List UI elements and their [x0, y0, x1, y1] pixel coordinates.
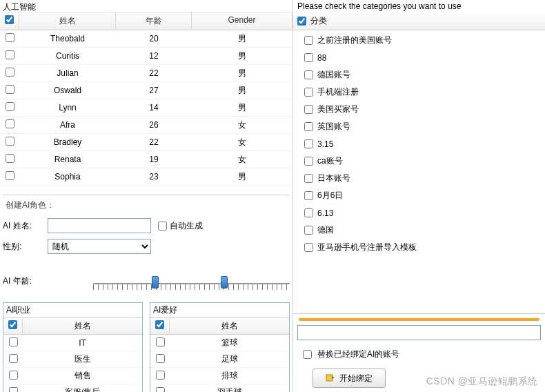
cell-name: Renata — [19, 155, 116, 164]
ai-age-slider[interactable] — [93, 272, 290, 293]
category-checkbox[interactable] — [304, 53, 313, 62]
job-select-all[interactable] — [8, 320, 17, 329]
cell-gender: 女 — [192, 137, 293, 148]
row-checkbox[interactable] — [6, 68, 14, 77]
category-checkbox[interactable] — [304, 88, 313, 97]
category-item[interactable]: 手机端注册 — [293, 84, 545, 101]
category-checkbox[interactable] — [304, 208, 313, 217]
bind-icon — [326, 373, 335, 384]
cell-gender: 男 — [192, 68, 293, 79]
auto-generate-checkbox[interactable] — [158, 222, 167, 231]
category-checkbox[interactable] — [304, 243, 313, 252]
table-row[interactable]: Julian22男 — [0, 65, 293, 82]
cell-gender: 男 — [192, 33, 293, 45]
category-item[interactable]: 之前注册的美国账号 — [293, 32, 545, 49]
category-checkbox[interactable] — [304, 122, 313, 131]
main-grid: 姓名 年龄 Gender Theobald20男Curitis12男Julian… — [0, 12, 293, 192]
hobby-grid-body[interactable]: 篮球足球排球羽毛球 — [150, 335, 289, 392]
list-item[interactable]: 销售 — [3, 368, 142, 384]
category-checkbox[interactable] — [304, 174, 313, 183]
row-checkbox[interactable] — [6, 119, 14, 128]
row-checkbox[interactable] — [9, 354, 18, 363]
gender-select[interactable]: 随机 — [48, 239, 151, 254]
account-combo[interactable] — [297, 325, 541, 340]
category-item[interactable]: 88 — [293, 49, 545, 66]
col-age[interactable]: 年龄 — [116, 12, 192, 30]
row-checkbox[interactable] — [6, 154, 14, 163]
main-grid-body[interactable]: Theobald20男Curitis12男Julian22男Oswald27男L… — [0, 30, 293, 192]
row-checkbox[interactable] — [9, 387, 18, 393]
cell-name: 篮球 — [170, 337, 289, 349]
list-item[interactable]: 羽毛球 — [150, 384, 289, 392]
category-checkbox[interactable] — [304, 157, 313, 166]
row-checkbox[interactable] — [6, 33, 14, 42]
row-checkbox[interactable] — [6, 85, 14, 94]
hobby-grid-title: AI爱好 — [150, 303, 289, 318]
category-item[interactable]: 亚马逊手机号注册导入模板 — [293, 239, 545, 256]
category-item[interactable]: 日本账号 — [293, 170, 545, 187]
list-item[interactable]: IT — [3, 335, 142, 351]
category-checkbox[interactable] — [304, 70, 313, 79]
ai-name-input[interactable] — [48, 218, 151, 233]
list-item[interactable]: 足球 — [150, 351, 289, 368]
main-grid-select-all[interactable] — [5, 15, 14, 24]
category-item[interactable]: 6.13 — [293, 204, 545, 222]
cell-name: Afra — [19, 120, 116, 130]
row-checkbox[interactable] — [9, 371, 18, 380]
job-col-name[interactable]: 姓名 — [23, 318, 142, 334]
category-checkbox[interactable] — [304, 105, 313, 114]
category-label: 手机端注册 — [317, 86, 359, 98]
row-checkbox[interactable] — [156, 337, 165, 346]
replace-ai-checkbox[interactable] — [303, 350, 312, 359]
table-row[interactable]: Bradley22女 — [0, 134, 293, 151]
job-grid-title: AI职业 — [3, 303, 142, 318]
list-item[interactable]: 排球 — [150, 368, 289, 384]
list-item[interactable]: 篮球 — [150, 335, 289, 351]
hobby-select-all[interactable] — [155, 320, 164, 329]
category-item[interactable]: 德国账号 — [293, 66, 545, 84]
category-select-all[interactable] — [297, 17, 306, 26]
row-checkbox[interactable] — [156, 371, 165, 380]
table-row[interactable]: Lynn14男 — [0, 99, 293, 117]
category-checkbox[interactable] — [304, 36, 313, 45]
category-label: 6.13 — [317, 208, 333, 218]
category-item[interactable]: 3.15 — [293, 135, 545, 153]
category-item[interactable]: ca账号 — [293, 153, 545, 170]
table-row[interactable]: Sophia23男 — [0, 168, 293, 186]
table-row[interactable]: Curitis12男 — [0, 48, 293, 65]
table-row[interactable]: Afra26女 — [0, 117, 293, 134]
start-bind-button[interactable]: 开始绑定 — [313, 369, 386, 388]
category-item[interactable]: 德国 — [293, 222, 545, 239]
row-checkbox[interactable] — [6, 50, 14, 59]
category-body[interactable]: 之前注册的美国账号88德国账号手机端注册美国买家号英国账号3.15ca账号日本账… — [293, 30, 545, 313]
row-checkbox[interactable] — [156, 387, 165, 393]
category-checkbox[interactable] — [304, 191, 313, 200]
cell-gender: 男 — [192, 85, 293, 97]
category-header-label: 分类 — [310, 15, 327, 27]
cell-gender: 男 — [192, 171, 293, 183]
list-item[interactable]: 客服/售后 — [3, 384, 142, 392]
category-item[interactable]: 美国买家号 — [293, 101, 545, 118]
cell-age: 12 — [116, 51, 192, 61]
table-row[interactable]: Theobald20男 — [0, 30, 293, 48]
col-gender[interactable]: Gender — [192, 12, 293, 30]
bind-button-label: 开始绑定 — [339, 373, 373, 384]
table-row[interactable]: Renata19女 — [0, 151, 293, 168]
category-checkbox[interactable] — [304, 226, 313, 235]
category-item[interactable]: 英国账号 — [293, 118, 545, 135]
category-checkbox[interactable] — [304, 139, 313, 148]
row-checkbox[interactable] — [6, 137, 14, 146]
row-checkbox[interactable] — [6, 102, 14, 111]
job-grid-body[interactable]: IT医生销售客服/售后 — [3, 335, 142, 392]
slider-thumb-min[interactable] — [152, 276, 159, 288]
hobby-col-name[interactable]: 姓名 — [170, 318, 289, 334]
row-checkbox[interactable] — [6, 171, 14, 180]
cell-age: 23 — [116, 172, 192, 182]
category-item[interactable]: 6月6日 — [293, 187, 545, 204]
row-checkbox[interactable] — [9, 337, 18, 346]
row-checkbox[interactable] — [156, 354, 165, 363]
col-name[interactable]: 姓名 — [19, 12, 116, 30]
table-row[interactable]: Oswald27男 — [0, 82, 293, 99]
slider-thumb-max[interactable] — [221, 276, 228, 288]
list-item[interactable]: 医生 — [3, 351, 142, 368]
